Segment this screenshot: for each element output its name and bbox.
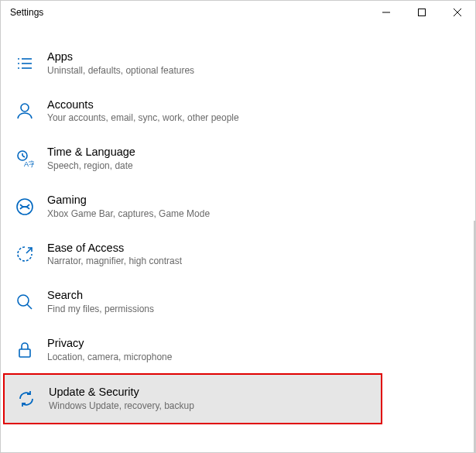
- item-desc: Narrator, magnifier, high contrast: [47, 255, 182, 268]
- item-text: Search Find my files, permissions: [47, 288, 154, 316]
- item-text: Ease of Access Narrator, magnifier, high…: [47, 241, 182, 269]
- settings-item-ease-of-access[interactable]: Ease of Access Narrator, magnifier, high…: [1, 231, 475, 279]
- item-desc: Windows Update, recovery, backup: [49, 400, 194, 413]
- item-desc: Xbox Game Bar, captures, Game Mode: [47, 208, 210, 221]
- apps-icon: [15, 53, 35, 74]
- accounts-icon: [15, 101, 35, 121]
- item-title: Privacy: [47, 336, 172, 351]
- maximize-button[interactable]: [404, 1, 440, 24]
- svg-line-13: [22, 156, 25, 157]
- item-text: Accounts Your accounts, email, sync, wor…: [47, 98, 239, 125]
- minimize-button[interactable]: [368, 1, 404, 24]
- item-title: Apps: [47, 50, 194, 64]
- item-text: Gaming Xbox Game Bar, captures, Game Mod…: [47, 193, 210, 221]
- ease-of-access-icon: [15, 244, 35, 264]
- settings-item-privacy[interactable]: Privacy Location, camera, microphone: [1, 326, 475, 374]
- item-text: Update & Security Windows Update, recove…: [49, 385, 194, 413]
- item-text: Apps Uninstall, defaults, optional featu…: [47, 50, 194, 77]
- item-title: Accounts: [47, 98, 239, 112]
- item-desc: Your accounts, email, sync, work, other …: [47, 112, 239, 125]
- close-button[interactable]: [440, 1, 475, 24]
- settings-item-time-language[interactable]: A字 Time & Language Speech, region, date: [1, 135, 475, 183]
- item-title: Ease of Access: [47, 241, 182, 256]
- titlebar: Settings: [1, 1, 475, 24]
- settings-item-gaming[interactable]: Gaming Xbox Game Bar, captures, Game Mod…: [1, 183, 475, 231]
- window-title: Settings: [10, 7, 43, 18]
- item-text: Time & Language Speech, region, date: [47, 145, 135, 173]
- svg-point-17: [18, 295, 29, 306]
- svg-rect-19: [19, 349, 30, 357]
- svg-rect-1: [419, 9, 426, 16]
- item-desc: Find my files, permissions: [47, 303, 154, 316]
- item-title: Update & Security: [49, 385, 194, 400]
- scrollbar[interactable]: [474, 221, 475, 452]
- svg-text:A字: A字: [24, 160, 34, 168]
- search-icon: [15, 292, 35, 312]
- privacy-icon: [15, 340, 35, 360]
- item-title: Gaming: [47, 193, 210, 208]
- item-desc: Location, camera, microphone: [47, 351, 172, 364]
- item-title: Search: [47, 288, 154, 303]
- item-desc: Speech, region, date: [47, 160, 135, 173]
- window-controls: [368, 1, 475, 24]
- gaming-icon: [15, 197, 35, 217]
- settings-item-search[interactable]: Search Find my files, permissions: [1, 278, 475, 326]
- update-security-icon: [16, 389, 36, 409]
- item-desc: Uninstall, defaults, optional features: [47, 64, 194, 77]
- settings-item-update-security[interactable]: Update & Security Windows Update, recove…: [3, 373, 382, 424]
- item-title: Time & Language: [47, 145, 135, 160]
- svg-point-10: [21, 104, 29, 112]
- item-text: Privacy Location, camera, microphone: [47, 336, 172, 364]
- settings-item-accounts[interactable]: Accounts Your accounts, email, sync, wor…: [1, 88, 475, 136]
- svg-line-18: [27, 304, 32, 309]
- settings-item-apps[interactable]: Apps Uninstall, defaults, optional featu…: [1, 39, 475, 88]
- settings-list: Apps Uninstall, defaults, optional featu…: [1, 24, 475, 424]
- svg-line-16: [26, 248, 32, 253]
- time-language-icon: A字: [15, 149, 35, 169]
